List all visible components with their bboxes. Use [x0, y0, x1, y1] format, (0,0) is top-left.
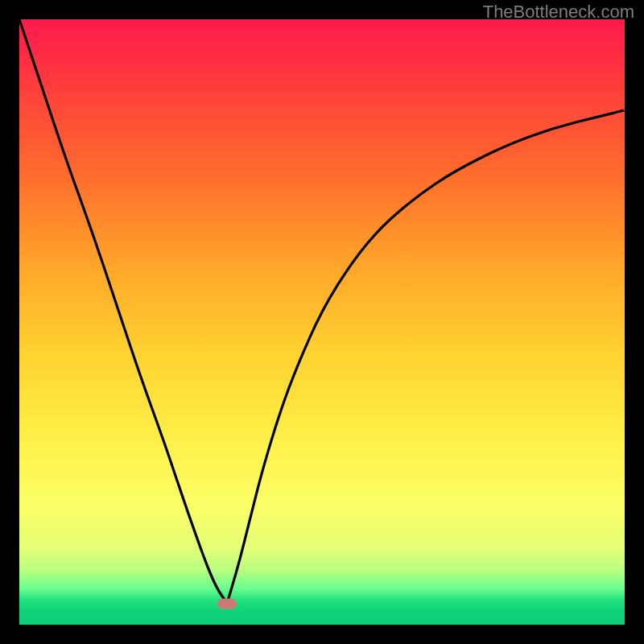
- minimum-marker: [217, 598, 237, 609]
- chart-frame: TheBottleneck.com: [0, 0, 644, 644]
- bottleneck-curve: [19, 19, 625, 625]
- plot-area: [19, 19, 625, 625]
